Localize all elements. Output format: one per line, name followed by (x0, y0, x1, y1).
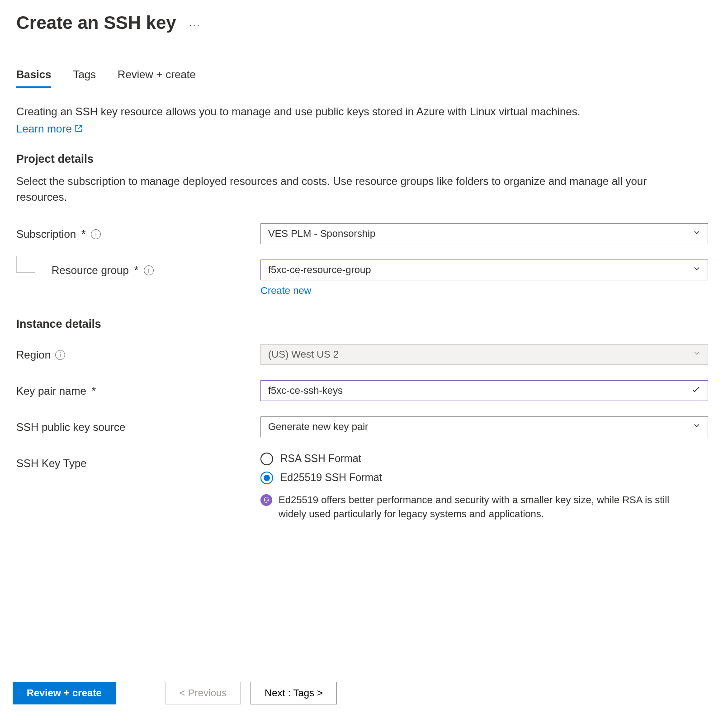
required-marker: * (91, 385, 97, 397)
region-label: Region (16, 349, 51, 361)
instance-details-heading: Instance details (16, 317, 712, 331)
learn-more-label: Learn more (16, 121, 72, 137)
rocket-icon (260, 494, 272, 506)
ssh-source-label: SSH public key source (16, 421, 125, 434)
region-value: (US) West US 2 (268, 349, 339, 360)
tab-review-create[interactable]: Review + create (118, 68, 196, 87)
radio-ed25519[interactable]: Ed25519 SSH Format (260, 472, 712, 484)
create-new-link[interactable]: Create new (260, 285, 312, 297)
project-details-heading: Project details (16, 152, 712, 165)
learn-more-link[interactable]: Learn more (16, 121, 83, 137)
info-icon[interactable]: i (144, 265, 154, 275)
radio-button-icon (260, 453, 273, 465)
required-marker: * (133, 264, 139, 277)
tree-indent-line (16, 256, 35, 273)
external-link-icon (75, 121, 83, 137)
radio-rsa-label: RSA SSH Format (280, 453, 361, 465)
required-marker: * (80, 228, 86, 241)
more-icon[interactable]: ··· (189, 15, 201, 31)
ssh-key-type-label: SSH Key Type (16, 457, 87, 470)
radio-ed25519-label: Ed25519 SSH Format (280, 472, 382, 484)
radio-rsa[interactable]: RSA SSH Format (260, 453, 712, 465)
review-create-button[interactable]: Review + create (13, 682, 116, 704)
info-icon[interactable]: i (91, 229, 101, 239)
chevron-down-icon (692, 228, 701, 240)
keypair-name-value: f5xc-ce-ssh-keys (268, 385, 343, 397)
key-type-hint-text: Ed25519 offers better performance and se… (279, 493, 695, 521)
chevron-down-icon (692, 421, 701, 433)
ssh-source-value: Generate new key pair (268, 421, 368, 433)
tab-tags[interactable]: Tags (73, 68, 96, 87)
page-title: Create an SSH key (16, 13, 176, 33)
next-button[interactable]: Next : Tags > (251, 682, 337, 704)
subscription-select[interactable]: VES PLM - Sponsorship (260, 223, 708, 244)
keypair-name-label: Key pair name (16, 385, 86, 397)
keypair-name-input[interactable]: f5xc-ce-ssh-keys (260, 380, 708, 401)
subscription-value: VES PLM - Sponsorship (268, 228, 375, 240)
resource-group-label: Resource group (52, 264, 129, 277)
project-details-description: Select the subscription to manage deploy… (16, 174, 685, 205)
intro-text: Creating an SSH key resource allows you … (16, 105, 580, 118)
tabs: Basics Tags Review + create (16, 68, 712, 88)
info-icon[interactable]: i (55, 350, 65, 360)
chevron-down-icon (692, 349, 701, 360)
resource-group-value: f5xc-ce-resource-group (268, 264, 371, 276)
chevron-down-icon (692, 264, 701, 276)
key-type-hint: Ed25519 offers better performance and se… (260, 493, 695, 521)
ssh-source-select[interactable]: Generate new key pair (260, 416, 708, 437)
tab-basics[interactable]: Basics (16, 68, 51, 87)
ssh-key-type-group: RSA SSH Format Ed25519 SSH Format Ed2551… (260, 453, 712, 521)
previous-button: < Previous (165, 682, 241, 704)
checkmark-icon (690, 384, 701, 397)
footer-bar: Review + create < Previous Next : Tags > (0, 668, 728, 718)
radio-button-icon (260, 472, 273, 484)
region-select: (US) West US 2 (260, 344, 708, 365)
resource-group-select[interactable]: f5xc-ce-resource-group (260, 260, 708, 280)
subscription-label: Subscription (16, 228, 76, 241)
